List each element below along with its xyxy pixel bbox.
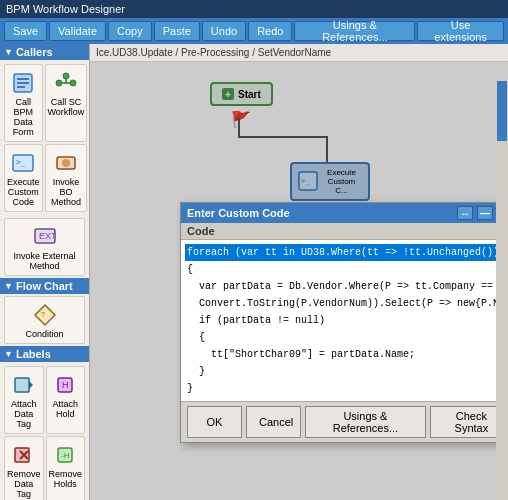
svg-text:>_: >_ xyxy=(16,158,26,167)
sidebar: ▼ Callers Call BPM Data Form Call SC Wor… xyxy=(0,44,90,500)
code-line: { xyxy=(185,329,508,346)
sidebar-item-execute-custom[interactable]: >_ Execute Custom Code xyxy=(4,144,43,212)
invoke-bo-label: Invoke BO Method xyxy=(48,177,85,207)
svg-rect-17 xyxy=(15,378,29,392)
call-bpm-form-icon xyxy=(9,69,37,97)
svg-text:?: ? xyxy=(41,311,45,318)
modal-titlebar: Enter Custom Code ↔ — ✕ xyxy=(181,203,508,223)
svg-point-5 xyxy=(63,73,69,79)
remove-holds-icon: -H xyxy=(51,441,79,469)
canvas-area: Ice.UD38.Update / Pre-Processing / SetVe… xyxy=(90,44,508,500)
sidebar-item-condition[interactable]: ? Condition xyxy=(4,296,85,344)
code-line: } xyxy=(185,363,508,380)
svg-rect-2 xyxy=(17,82,29,84)
execute-custom-icon: >_ xyxy=(9,149,37,177)
modal-minimize-button[interactable]: — xyxy=(477,206,493,220)
code-line: { xyxy=(185,261,508,278)
cancel-button[interactable]: Cancel xyxy=(246,406,301,438)
execute-custom-label: Execute Custom Code xyxy=(7,177,40,207)
modal-footer: OK Cancel Usings & References... Check S… xyxy=(181,401,508,442)
remove-holds-label: Remove Holds xyxy=(49,469,83,489)
call-bpm-form-label: Call BPM Data Form xyxy=(7,97,40,137)
code-line: tt["ShortChar09"] = partData.Name; xyxy=(185,346,508,363)
call-sc-workflow-label: Call SC Workflow xyxy=(48,97,85,117)
modal-code-area[interactable]: foreach (var tt in UD38.Where(tt => !tt.… xyxy=(181,240,508,401)
validate-button[interactable]: Validate xyxy=(49,21,106,41)
modal: Enter Custom Code ↔ — ✕ Code foreach (va… xyxy=(180,202,508,443)
remove-data-tag-label: Remove Data Tag xyxy=(7,469,41,499)
invoke-external-icon: EXT xyxy=(31,223,59,251)
title-bar: BPM Workflow Designer xyxy=(0,0,508,18)
condition-icon: ? xyxy=(31,301,59,329)
right-scrollbar[interactable] xyxy=(496,80,508,500)
svg-marker-18 xyxy=(29,381,33,389)
extensions-button[interactable]: Use extensions xyxy=(417,21,504,41)
ok-button[interactable]: OK xyxy=(187,406,242,438)
svg-text:-H: -H xyxy=(61,451,70,460)
modal-overlay: Enter Custom Code ↔ — ✕ Code foreach (va… xyxy=(90,62,508,500)
main-layout: ▼ Callers Call BPM Data Form Call SC Wor… xyxy=(0,44,508,500)
code-line: } xyxy=(185,380,508,397)
sidebar-item-invoke-bo[interactable]: Invoke BO Method xyxy=(45,144,88,212)
scrollbar-thumb[interactable] xyxy=(497,81,507,141)
title-bar-label: BPM Workflow Designer xyxy=(6,3,125,15)
svg-marker-15 xyxy=(35,305,55,325)
sidebar-item-remove-holds[interactable]: -H Remove Holds xyxy=(46,436,86,500)
code-line: foreach (var tt in UD38.Where(tt => !tt.… xyxy=(185,244,508,261)
save-button[interactable]: Save xyxy=(4,21,47,41)
svg-text:H: H xyxy=(62,380,69,390)
toolbar: Save Validate Copy Paste Undo Redo Using… xyxy=(0,18,508,44)
svg-text:EXT: EXT xyxy=(39,231,57,241)
svg-rect-1 xyxy=(17,78,29,80)
callers-arrow-icon: ▼ xyxy=(4,47,13,57)
svg-point-12 xyxy=(62,159,70,167)
condition-label: Condition xyxy=(25,329,63,339)
svg-point-4 xyxy=(56,80,62,86)
usings-button[interactable]: Usings & References... xyxy=(294,21,415,41)
labels-arrow-icon: ▼ xyxy=(4,349,13,359)
paste-button[interactable]: Paste xyxy=(154,21,200,41)
attach-hold-label: Attach Hold xyxy=(49,399,83,419)
attach-data-tag-icon xyxy=(10,371,38,399)
code-line: Convert.ToString(P.VendorNum)).Select(P … xyxy=(185,295,508,312)
code-line: var partData = Db.Vendor.Where(P => tt.C… xyxy=(185,278,508,295)
labels-grid: Attach Data Tag H Attach Hold Remove Dat… xyxy=(0,362,89,500)
sidebar-section-flowchart[interactable]: ▼ Flow Chart xyxy=(0,278,89,294)
attach-hold-icon: H xyxy=(51,371,79,399)
callers-grid: Call BPM Data Form Call SC Workflow >_ E… xyxy=(0,60,89,216)
modal-section-label: Code xyxy=(181,223,508,240)
sidebar-item-call-sc-workflow[interactable]: Call SC Workflow xyxy=(45,64,88,142)
undo-button[interactable]: Undo xyxy=(202,21,246,41)
call-sc-workflow-icon xyxy=(52,69,80,97)
flowchart-arrow-icon: ▼ xyxy=(4,281,13,291)
code-line: if (partData != null) xyxy=(185,312,508,329)
breadcrumb-text: Ice.UD38.Update / Pre-Processing / SetVe… xyxy=(96,47,331,58)
svg-point-6 xyxy=(70,80,76,86)
modal-expand-button[interactable]: ↔ xyxy=(457,206,473,220)
invoke-external-label: Invoke External Method xyxy=(9,251,80,271)
flowchart-label: Flow Chart xyxy=(16,280,73,292)
copy-button[interactable]: Copy xyxy=(108,21,152,41)
sidebar-item-invoke-external[interactable]: EXT Invoke External Method xyxy=(4,218,85,276)
usings-button-modal[interactable]: Usings & References... xyxy=(305,406,426,438)
breadcrumb: Ice.UD38.Update / Pre-Processing / SetVe… xyxy=(90,44,508,62)
canvas-content[interactable]: + Start 🚩 >_ Execute Custom C... xyxy=(90,62,508,500)
sidebar-section-labels[interactable]: ▼ Labels xyxy=(0,346,89,362)
sidebar-item-attach-data-tag[interactable]: Attach Data Tag xyxy=(4,366,44,434)
attach-data-tag-label: Attach Data Tag xyxy=(7,399,41,429)
invoke-bo-icon xyxy=(52,149,80,177)
modal-title: Enter Custom Code xyxy=(187,207,290,219)
callers-label: Callers xyxy=(16,46,53,58)
remove-data-tag-icon xyxy=(10,441,38,469)
sidebar-item-remove-data-tag[interactable]: Remove Data Tag xyxy=(4,436,44,500)
svg-rect-3 xyxy=(17,86,25,88)
redo-button[interactable]: Redo xyxy=(248,21,292,41)
sidebar-section-callers[interactable]: ▼ Callers xyxy=(0,44,89,60)
sidebar-item-attach-hold[interactable]: H Attach Hold xyxy=(46,366,86,434)
labels-label: Labels xyxy=(16,348,51,360)
svg-rect-21 xyxy=(15,448,29,462)
sidebar-item-call-bpm-form[interactable]: Call BPM Data Form xyxy=(4,64,43,142)
